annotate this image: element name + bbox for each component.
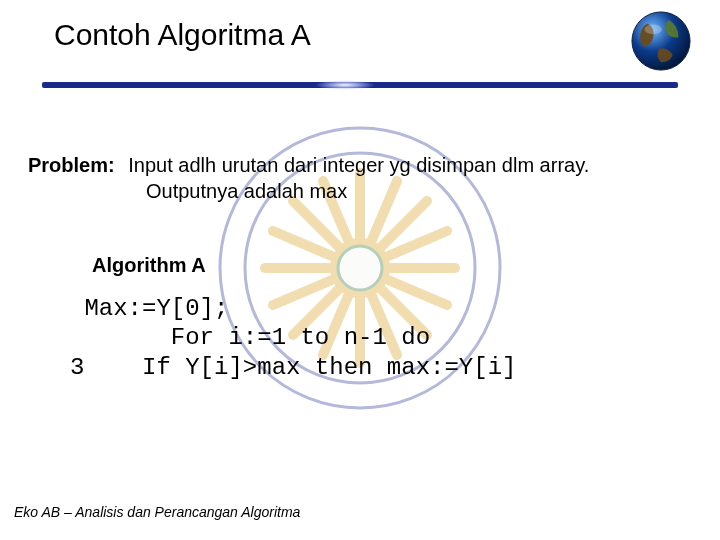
footer-text: Eko AB – Analisis dan Perancangan Algori… [14, 504, 300, 520]
svg-point-1 [645, 25, 662, 35]
code-line: For i:=1 to n-1 do [70, 324, 430, 351]
problem-block: Problem: Input adlh urutan dari integer … [28, 152, 700, 204]
svg-line-9 [293, 201, 360, 268]
svg-line-19 [360, 231, 447, 268]
code-line: 3 If Y[i]>max then max:=Y[i] [70, 354, 516, 381]
code-line: Max:=Y[0]; [70, 295, 228, 322]
svg-point-4 [330, 238, 390, 298]
title-divider [42, 82, 678, 92]
algorithm-heading: Algorithm A [92, 254, 206, 277]
problem-text-line-2: Outputnya adalah max [146, 178, 700, 204]
svg-line-10 [360, 201, 427, 268]
slide-root: Contoh Algoritma A [0, 0, 720, 540]
slide-title: Contoh Algoritma A [54, 18, 311, 52]
svg-line-17 [273, 231, 360, 268]
problem-label: Problem: [28, 154, 115, 176]
globe-icon [630, 10, 692, 72]
code-block: Max:=Y[0]; For i:=1 to n-1 do 3 If Y[i]>… [70, 294, 700, 382]
svg-point-21 [338, 246, 382, 290]
problem-text-line-1: Input adlh urutan dari integer yg disimp… [128, 154, 589, 176]
